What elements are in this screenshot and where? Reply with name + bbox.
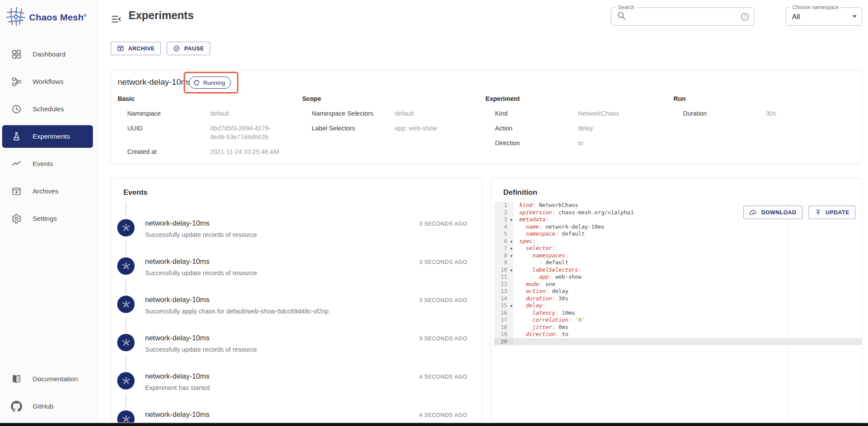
sidebar-item-events[interactable]: Events <box>2 153 93 175</box>
line-number: 19 <box>494 331 513 338</box>
sidebar-item-label: Dashboard <box>33 50 66 58</box>
sidebar-item-documentation[interactable]: Documentation <box>2 368 93 390</box>
namespace-select[interactable]: Choose namespace All <box>785 7 862 26</box>
sidebar-item-github[interactable]: GitHub <box>2 395 93 418</box>
update-button[interactable]: UPDATE <box>809 206 855 219</box>
detail-value: NetworkChaos <box>578 109 619 118</box>
namespace-select-label: Choose namespace <box>790 4 841 10</box>
definition-title: Definition <box>503 188 862 197</box>
line-number: 4 <box>494 223 513 231</box>
sidebar-item-workflows[interactable]: Workflows <box>2 70 93 93</box>
search-field-label: Search <box>616 4 637 10</box>
sidebar-item-label: GitHub <box>33 403 53 410</box>
code-line: 16 latency: 10ms <box>494 310 861 317</box>
event-name: network-delay-10ms <box>145 219 210 227</box>
code-line: 14 duration: 30s <box>494 295 861 303</box>
detail-value: app: web-show <box>395 124 437 133</box>
detail-value: to <box>578 139 583 147</box>
events-timeline: network-delay-10ms3 SECONDS AGOSuccessfu… <box>111 202 482 419</box>
archive-icon <box>11 186 22 197</box>
fold-arrow-icon[interactable]: ▼ <box>510 216 512 224</box>
event-avatar-network-icon <box>117 257 135 275</box>
line-number: 15▼ <box>494 302 513 310</box>
sidebar-item-archives[interactable]: Archives <box>2 180 93 203</box>
code-line: 13 action: delay <box>494 288 861 295</box>
detail-value: default <box>395 109 414 118</box>
sidebar-item-label: Settings <box>33 215 57 223</box>
dashboard-icon <box>11 49 22 60</box>
sidebar-item-label: Events <box>33 160 53 168</box>
code-text: spec: <box>513 238 861 245</box>
upload-icon <box>815 209 822 216</box>
svg-text:?: ? <box>743 14 746 19</box>
sidebar-item-schedules[interactable]: Schedules <box>2 98 93 120</box>
line-number: 1 <box>494 202 513 209</box>
collapse-sidebar-icon[interactable] <box>111 13 122 25</box>
line-number: 3▼ <box>494 216 513 223</box>
detail-value: default <box>210 109 229 118</box>
sidebar-item-label: Experiments <box>33 133 70 140</box>
code-text: namespace: default <box>513 230 861 238</box>
fold-arrow-icon[interactable]: ▼ <box>510 253 512 260</box>
fold-arrow-icon[interactable]: ▼ <box>510 245 512 253</box>
gear-icon <box>11 213 22 224</box>
namespace-selected-value: All <box>792 13 852 21</box>
workflows-icon <box>11 76 22 87</box>
chart-line-icon <box>11 158 22 170</box>
code-line: 12 mode: one <box>494 281 861 288</box>
detail-label: Label Selectors <box>302 124 395 133</box>
code-text: app: web-show <box>513 273 861 281</box>
detail-row: KindNetworkChaos <box>485 109 619 118</box>
event-message: Experiment has started <box>145 384 467 391</box>
search-help-icon[interactable]: ? <box>740 12 749 21</box>
event-name: network-delay-10ms <box>145 296 210 304</box>
fold-arrow-icon[interactable]: ▼ <box>510 303 512 310</box>
code-line: 6▼spec: <box>494 238 861 245</box>
logo[interactable]: Chaos Mesh® <box>0 0 97 28</box>
event-item: network-delay-10ms4 SECONDS AGOExperimen… <box>111 372 482 391</box>
section-title: Run <box>673 95 776 102</box>
detail-label: Action <box>485 124 578 133</box>
sidebar-item-label: Documentation <box>33 375 78 383</box>
code-line: 9 - default <box>494 259 861 266</box>
yaml-editor[interactable]: 1kind: NetworkChaos2apiVersion: chaos-me… <box>494 202 861 422</box>
line-number: 12 <box>494 281 513 288</box>
pause-button[interactable]: PAUSE <box>167 42 210 55</box>
events-card: Events network-delay-10ms3 SECONDS AGOSu… <box>111 178 482 423</box>
event-avatar-network-icon <box>117 219 135 236</box>
experiment-name: network-delay-10ms <box>118 77 192 87</box>
search-field[interactable]: Search ? <box>611 7 754 26</box>
detail-row: Label Selectorsapp: web-show <box>302 124 437 133</box>
detail-value: 2021-11-24 10:25:46 AM <box>210 147 279 156</box>
code-text: labelSelectors: <box>513 266 861 274</box>
detail-label: Direction <box>485 139 578 147</box>
timeline-connector <box>125 393 126 408</box>
detail-row: Actiondelay <box>485 124 619 133</box>
code-line: 17 correlation: '0' <box>494 316 861 324</box>
timeline-connector <box>125 202 126 217</box>
event-message: Successfully update records of resource <box>145 231 467 238</box>
sidebar-item-settings[interactable]: Settings <box>2 207 93 230</box>
detail-value: 0bd7d5f3-2894-4278-9e46-53e77d4d662b <box>210 124 285 141</box>
search-input[interactable] <box>630 13 737 20</box>
pause-circle-icon <box>173 45 180 52</box>
fold-arrow-icon[interactable]: ▼ <box>510 267 512 274</box>
fold-arrow-icon[interactable]: ▼ <box>510 238 512 246</box>
chaos-mesh-logo-icon <box>6 7 25 28</box>
experiment-detail-card: network-delay-10ms Running BasicNamespac… <box>111 70 862 164</box>
code-line: 5 namespace: default <box>494 230 861 238</box>
definition-card: Definition DOWNLOAD UPDATE 1kind: Networ… <box>491 178 862 423</box>
sidebar-nav: DashboardWorkflowsSchedulesExperimentsEv… <box>0 43 97 235</box>
spinner-icon <box>193 79 200 86</box>
chevron-down-icon <box>852 15 857 18</box>
bottom-screen-edge <box>0 423 868 426</box>
detail-section-experiment: ExperimentKindNetworkChaosActiondelayDir… <box>485 95 619 153</box>
event-name: network-delay-10ms <box>145 410 210 419</box>
detail-value: delay <box>578 124 593 133</box>
sidebar-item-dashboard[interactable]: Dashboard <box>2 43 93 66</box>
sidebar-item-experiments[interactable]: Experiments <box>2 125 93 148</box>
archive-button[interactable]: ARCHIVE <box>111 42 161 55</box>
event-message: Successfully apply chaos for default/web… <box>145 308 467 315</box>
download-button[interactable]: DOWNLOAD <box>743 206 802 219</box>
event-timestamp: 3 SECONDS AGO <box>419 336 467 342</box>
